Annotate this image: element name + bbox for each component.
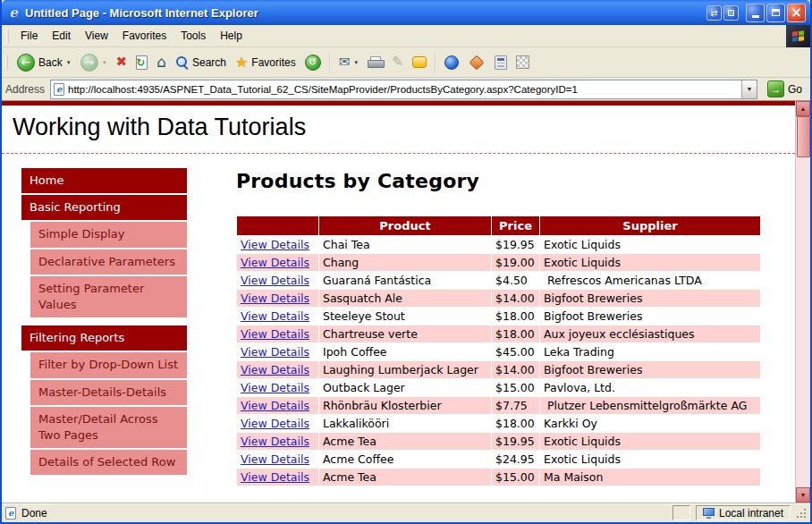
- sidebar-item-basic-reporting[interactable]: Basic Reporting: [21, 195, 187, 220]
- view-details-link[interactable]: View Details: [241, 417, 309, 430]
- sidebar-item-filter-by-drop-down-list[interactable]: Filter by Drop-Down List: [30, 352, 187, 377]
- status-page-icon: [5, 507, 16, 520]
- home-button[interactable]: ⌂: [152, 52, 171, 72]
- ie-window-icon: e: [6, 5, 21, 20]
- view-details-link[interactable]: View Details: [241, 470, 309, 484]
- title-bar[interactable]: e Untitled Page - Microsoft Internet Exp…: [2, 0, 810, 25]
- column-header: Price: [492, 216, 540, 236]
- product-cell: Guaraná Fantástica: [319, 272, 492, 290]
- forward-icon: →: [80, 54, 98, 72]
- menu-item-favorites[interactable]: Favorites: [115, 27, 173, 45]
- go-button[interactable]: → Go: [763, 80, 807, 97]
- view-details-cell: View Details: [237, 308, 319, 325]
- window-extra-button-1[interactable]: ⇄: [706, 5, 722, 21]
- view-details-cell: View Details: [237, 236, 319, 254]
- window-extra-button-2[interactable]: [723, 5, 739, 21]
- sidebar-item-simple-display[interactable]: Simple Display: [30, 222, 187, 247]
- forward-button[interactable]: → ▼: [76, 51, 112, 74]
- print-icon: [368, 56, 383, 68]
- addon-button-4[interactable]: [512, 53, 534, 72]
- view-details-link[interactable]: View Details: [241, 345, 309, 359]
- scroll-up-icon: ▲: [800, 106, 807, 112]
- addon-button-1[interactable]: [440, 53, 463, 72]
- supplier-cell: Karkki Oy: [540, 415, 761, 433]
- resize-grip[interactable]: [796, 508, 807, 519]
- scrollbar-thumb[interactable]: [797, 116, 810, 157]
- menu-item-view[interactable]: View: [78, 27, 115, 45]
- address-input[interactable]: [64, 84, 741, 95]
- sidebar-item-home[interactable]: Home: [21, 168, 187, 193]
- scroll-down-button[interactable]: ▼: [796, 487, 810, 503]
- menu-item-help[interactable]: Help: [213, 27, 250, 45]
- menu-bar: FileEditViewFavoritesToolsHelp: [2, 25, 810, 47]
- address-dropdown-button[interactable]: ▼: [741, 80, 757, 98]
- close-button[interactable]: ×: [787, 4, 806, 22]
- price-cell: $14.00: [492, 290, 540, 308]
- site-title: Working with Data Tutorials: [13, 114, 306, 140]
- table-row: View Details Laughing Lumberjack Lager $…: [237, 361, 761, 379]
- sidebar-item-details-of-selected-row[interactable]: Details of Selected Row: [30, 450, 187, 475]
- view-details-link[interactable]: View Details: [241, 327, 309, 341]
- product-cell: Steeleye Stout: [319, 308, 492, 325]
- security-zone-label: Local intranet: [719, 507, 783, 520]
- minimize-button[interactable]: [746, 4, 765, 22]
- edit-icon: ✎: [392, 55, 403, 69]
- price-cell: $45.00: [492, 343, 540, 361]
- menu-item-tools[interactable]: Tools: [173, 27, 213, 45]
- view-details-link[interactable]: View Details: [241, 381, 309, 394]
- addon-grid-icon: [516, 55, 529, 69]
- messenger-button[interactable]: [408, 54, 431, 71]
- supplier-cell: Exotic Liquids: [540, 433, 761, 451]
- refresh-button[interactable]: ↻: [131, 53, 152, 72]
- mail-button[interactable]: ✉ ▼: [334, 53, 364, 72]
- view-details-link[interactable]: View Details: [241, 452, 309, 466]
- edit-button[interactable]: ✎: [387, 53, 408, 72]
- product-cell: Acme Coffee: [319, 451, 492, 469]
- scroll-up-button[interactable]: ▲: [796, 101, 810, 116]
- view-details-link[interactable]: View Details: [241, 274, 309, 287]
- supplier-cell: Refrescos Americanas LTDA: [540, 272, 761, 290]
- supplier-cell: Pavlova, Ltd.: [540, 379, 761, 397]
- back-icon: ←: [17, 54, 35, 72]
- view-details-link[interactable]: View Details: [241, 399, 309, 412]
- sidebar-item-declarative-parameters[interactable]: Declarative Parameters: [30, 249, 187, 275]
- product-cell: Acme Tea: [319, 469, 492, 486]
- maximize-button[interactable]: [766, 4, 785, 22]
- back-button[interactable]: ← Back ▼: [13, 51, 76, 74]
- view-details-cell: View Details: [237, 415, 319, 433]
- sidebar-item-filtering-reports[interactable]: Filtering Reports: [21, 325, 187, 351]
- view-details-link[interactable]: View Details: [241, 363, 309, 376]
- back-dropdown-icon: ▼: [66, 60, 72, 65]
- print-button[interactable]: [363, 54, 387, 71]
- table-row: View Details Acme Tea $15.00 Ma Maison: [237, 469, 761, 486]
- column-header: [237, 216, 319, 236]
- column-header: Supplier: [540, 216, 761, 236]
- view-details-link[interactable]: View Details: [241, 292, 309, 305]
- favorites-button[interactable]: ★ Favorites: [231, 53, 300, 72]
- view-details-link[interactable]: View Details: [241, 435, 309, 448]
- table-row: View Details Sasquatch Ale $14.00 Bigfoo…: [237, 290, 761, 308]
- menu-item-file[interactable]: File: [13, 27, 45, 45]
- vertical-scrollbar[interactable]: ▲ ▼: [795, 101, 810, 503]
- favorites-label: Favorites: [251, 56, 295, 69]
- menu-item-edit[interactable]: Edit: [45, 27, 78, 45]
- view-details-cell: View Details: [237, 272, 319, 290]
- sidebar-item-master-detail-across-two-pages[interactable]: Master/Detail Across Two Pages: [30, 407, 187, 448]
- stop-button[interactable]: ✖: [112, 53, 132, 72]
- sidebar-item-setting-parameter-values[interactable]: Setting Parameter Values: [30, 276, 187, 317]
- search-button[interactable]: Search: [171, 53, 231, 72]
- table-row: View Details Rhönbräu Klosterbier $7.75 …: [237, 397, 761, 415]
- status-text: Done: [21, 507, 47, 520]
- addon-button-2[interactable]: [463, 55, 490, 71]
- addon-button-3[interactable]: [490, 53, 512, 72]
- windows-logo: [786, 25, 810, 47]
- price-cell: $7.75: [492, 397, 540, 415]
- history-button[interactable]: ↺: [300, 52, 326, 73]
- sidebar-item-master-details-details[interactable]: Master-Details-Details: [30, 380, 187, 405]
- mail-icon: ✉: [339, 55, 351, 69]
- view-details-link[interactable]: View Details: [241, 256, 309, 269]
- price-cell: $18.00: [492, 415, 540, 433]
- view-details-link[interactable]: View Details: [241, 309, 309, 323]
- view-details-link[interactable]: View Details: [241, 238, 309, 251]
- supplier-cell: Ma Maison: [540, 469, 761, 486]
